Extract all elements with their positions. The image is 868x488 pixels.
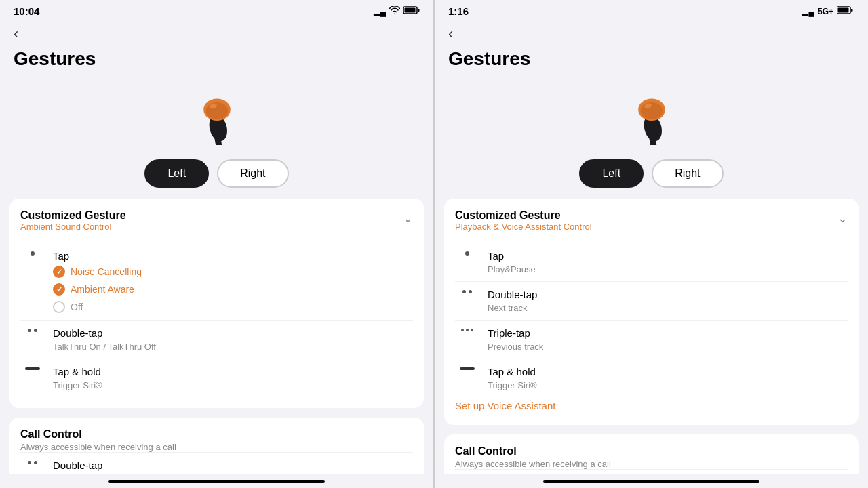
call-control-card-right: Call Control Always accessible when rece… bbox=[444, 434, 859, 474]
svg-rect-9 bbox=[838, 8, 849, 13]
radio-checked-icon-2 bbox=[53, 283, 65, 296]
status-time-left: 10:04 bbox=[14, 5, 39, 17]
radio-label-off: Off bbox=[71, 302, 83, 312]
call-gesture-content-left: Double-tap Answer incoming call Hang up bbox=[53, 460, 413, 474]
radio-group-tap-left: Noise Cancelling Ambient Aware Off bbox=[53, 266, 413, 313]
gesture-action-tap-right: Play&Pause bbox=[488, 264, 848, 274]
scroll-area-right[interactable]: Customized Gesture Playback & Voice Assi… bbox=[435, 199, 868, 474]
status-bar-right: 1:16 ▂▄ 5G+ bbox=[435, 0, 868, 20]
gesture-content-doubletap-left: Double-tap TalkThru On / TalkThru Off bbox=[53, 327, 413, 352]
call-gesture-name-left: Double-tap bbox=[53, 460, 413, 471]
customized-gesture-subtitle-right: Playback & Voice Assistant Control bbox=[455, 222, 592, 232]
home-indicator-left bbox=[0, 474, 433, 488]
gesture-action-doubletap-left: TalkThru On / TalkThru Off bbox=[53, 342, 413, 352]
gesture-name-taphold-left: Tap & hold bbox=[53, 366, 413, 378]
customized-gesture-card-left: Customized Gesture Ambient Sound Control… bbox=[9, 199, 424, 408]
left-button-screen1[interactable]: Left bbox=[144, 159, 209, 188]
tap-icon-left bbox=[20, 250, 45, 256]
radio-label-noise: Noise Cancelling bbox=[71, 266, 142, 277]
voice-assistant-link[interactable]: Set up Voice Assistant bbox=[455, 397, 848, 414]
gesture-content-tripletap-right: Triple-tap Previous track bbox=[488, 327, 848, 352]
radio-unchecked-icon bbox=[53, 301, 65, 313]
call-gesture-row-left: Double-tap Answer incoming call Hang up bbox=[20, 452, 413, 474]
call-control-title-left: Call Control bbox=[20, 428, 413, 441]
doubletap-icon-right bbox=[455, 289, 479, 293]
customized-gesture-card-right: Customized Gesture Playback & Voice Assi… bbox=[444, 199, 859, 425]
status-icons-left: ▂▄ bbox=[374, 6, 420, 16]
chevron-icon-right[interactable]: ⌄ bbox=[837, 211, 848, 226]
gesture-row-doubletap-right: Double-tap Next track bbox=[455, 281, 848, 320]
call-control-card-left: Call Control Always accessible when rece… bbox=[9, 418, 424, 474]
svg-point-14 bbox=[640, 102, 662, 119]
status-time-right: 1:16 bbox=[448, 5, 469, 17]
gesture-row-taphold-right: Tap & hold Trigger Siri® bbox=[455, 359, 848, 397]
taphold-icon-right bbox=[455, 366, 479, 370]
tap-icon-right bbox=[455, 250, 479, 256]
gesture-content-doubletap-right: Double-tap Next track bbox=[488, 289, 848, 313]
earbud-image-right bbox=[435, 81, 868, 148]
call-gesture-row-right: Double-tap bbox=[455, 469, 848, 474]
call-control-title-right: Call Control bbox=[455, 445, 848, 458]
taphold-icon-left bbox=[20, 366, 45, 370]
5g-label: 5G+ bbox=[818, 7, 833, 16]
tripletap-icon-right bbox=[455, 327, 479, 331]
svg-rect-10 bbox=[851, 9, 853, 12]
toggle-buttons-left: Left Right bbox=[0, 148, 433, 199]
gesture-action-taphold-left: Trigger Siri® bbox=[53, 380, 413, 390]
earbud-svg-left bbox=[186, 84, 248, 145]
call-doubletap-icon-left bbox=[20, 460, 45, 464]
gesture-row-tripletap-right: Triple-tap Previous track bbox=[455, 320, 848, 359]
gesture-content-taphold-left: Tap & hold Trigger Siri® bbox=[53, 366, 413, 390]
radio-noise-cancelling[interactable]: Noise Cancelling bbox=[53, 266, 413, 278]
gesture-action-doubletap-right: Next track bbox=[488, 303, 848, 313]
call-control-sub-right: Always accessible when receiving a call bbox=[455, 459, 848, 469]
battery-icon-left bbox=[403, 6, 420, 16]
toggle-buttons-right: Left Right bbox=[435, 148, 868, 199]
radio-off[interactable]: Off bbox=[53, 301, 413, 313]
status-icons-right: ▂▄ 5G+ bbox=[802, 6, 854, 16]
gesture-action-taphold-right: Trigger Siri® bbox=[488, 380, 848, 390]
customized-gesture-subtitle-left: Ambient Sound Control bbox=[20, 222, 126, 232]
home-indicator-right bbox=[435, 474, 868, 488]
radio-checked-icon-1 bbox=[53, 266, 65, 278]
gesture-name-doubletap-right: Double-tap bbox=[488, 289, 848, 300]
customized-gesture-header-right: Customized Gesture Playback & Voice Assi… bbox=[455, 209, 848, 240]
wifi-icon-left bbox=[389, 6, 400, 16]
earbud-svg-right bbox=[621, 84, 682, 145]
call-control-sub-left: Always accessible when receiving a call bbox=[20, 442, 413, 452]
right-button-screen1[interactable]: Right bbox=[217, 159, 288, 188]
signal-icon-left: ▂▄ bbox=[374, 7, 386, 16]
chevron-icon-left[interactable]: ⌄ bbox=[403, 211, 413, 226]
radio-ambient-aware[interactable]: Ambient Aware bbox=[53, 283, 413, 296]
doubletap-icon-left bbox=[20, 327, 45, 332]
svg-rect-2 bbox=[418, 9, 420, 12]
gesture-content-taphold-right: Tap & hold Trigger Siri® bbox=[488, 366, 848, 390]
back-button-left[interactable]: ‹ bbox=[0, 20, 433, 48]
status-bar-left: 10:04 ▂▄ bbox=[0, 0, 433, 20]
customized-gesture-title-left: Customized Gesture bbox=[20, 209, 126, 222]
gesture-row-tap-right: Tap Play&Pause bbox=[455, 243, 848, 281]
scroll-area-left[interactable]: Customized Gesture Ambient Sound Control… bbox=[0, 199, 433, 474]
svg-rect-1 bbox=[405, 8, 416, 13]
gesture-name-tripletap-right: Triple-tap bbox=[488, 327, 848, 339]
back-button-right[interactable]: ‹ bbox=[435, 20, 868, 48]
earbud-image-left bbox=[0, 81, 433, 148]
gesture-name-doubletap-left: Double-tap bbox=[53, 327, 413, 339]
gesture-row-tap-left: Tap Noise Cancelling Ambient Aware Of bbox=[20, 243, 413, 320]
gesture-content-tap-right: Tap Play&Pause bbox=[488, 250, 848, 274]
right-phone-screen: 1:16 ▂▄ 5G+ ‹ Gestures bbox=[435, 0, 868, 488]
left-phone-screen: 10:04 ▂▄ ‹ Gestures bbox=[0, 0, 433, 488]
svg-point-6 bbox=[205, 102, 227, 119]
right-button-screen2[interactable]: Right bbox=[652, 159, 723, 188]
page-title-left: Gestures bbox=[0, 48, 433, 81]
gesture-name-taphold-right: Tap & hold bbox=[488, 366, 848, 378]
customized-gesture-title-right: Customized Gesture bbox=[455, 209, 592, 222]
gesture-name-tap-left: Tap bbox=[53, 250, 413, 262]
gesture-row-doubletap-left: Double-tap TalkThru On / TalkThru Off bbox=[20, 320, 413, 359]
gesture-content-tap-left: Tap Noise Cancelling Ambient Aware Of bbox=[53, 250, 413, 313]
radio-label-ambient: Ambient Aware bbox=[71, 284, 134, 295]
customized-gesture-header-left: Customized Gesture Ambient Sound Control… bbox=[20, 209, 413, 240]
gesture-action-tripletap-right: Previous track bbox=[488, 342, 848, 352]
left-button-screen2[interactable]: Left bbox=[579, 159, 644, 188]
signal-icon-right: ▂▄ bbox=[802, 7, 814, 16]
